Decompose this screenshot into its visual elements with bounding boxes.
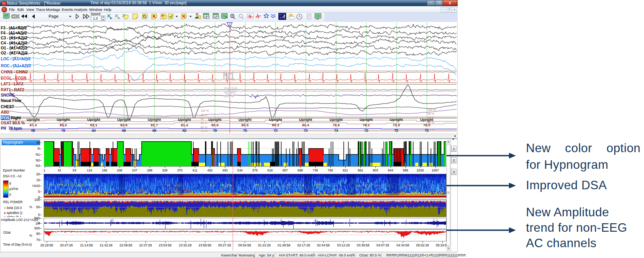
svg-text:N: N	[225, 16, 227, 18]
svg-text:Speed:: Speed:	[91, 12, 101, 16]
svg-text:»»: »»	[316, 18, 319, 20]
svg-text:1.0: 1.0	[93, 17, 98, 20]
svg-text:Page: Page	[49, 14, 59, 19]
